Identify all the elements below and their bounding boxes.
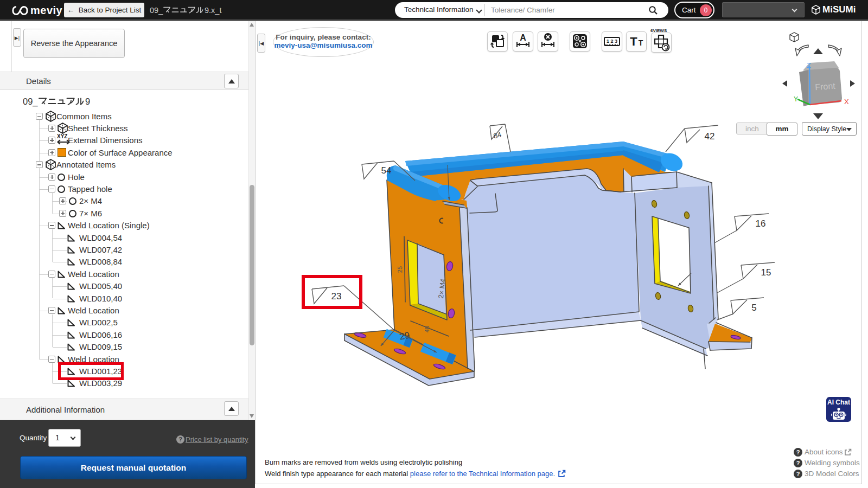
svg-text:16: 16 [756,219,766,229]
svg-text:5: 5 [751,303,756,313]
svg-text:9: 9 [85,97,90,106]
svg-text:40: 40 [424,326,430,332]
svg-text:54: 54 [381,165,392,176]
svg-text:XYZ: XYZ [57,133,67,139]
svg-text:9.x_t: 9.x_t [205,6,221,15]
svg-text:23: 23 [331,291,342,301]
svg-text:42: 42 [705,131,715,142]
svg-text:84: 84 [493,130,502,140]
svg-text:09_: 09_ [150,6,163,15]
svg-text:25: 25 [397,266,403,273]
svg-text:15: 15 [761,267,771,278]
svg-text:09_: 09_ [23,97,38,107]
